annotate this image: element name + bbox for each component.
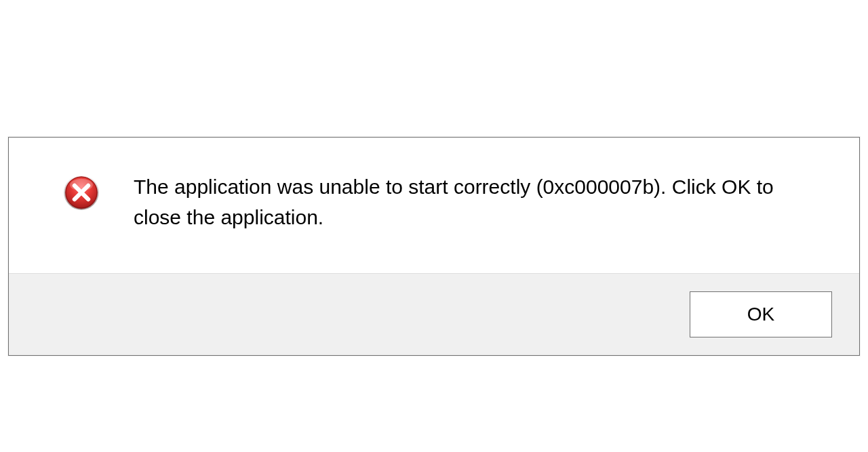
dialog-message: The application was unable to start corr… bbox=[134, 171, 812, 232]
error-dialog: The application was unable to start corr… bbox=[8, 137, 860, 356]
dialog-content: The application was unable to start corr… bbox=[9, 138, 859, 273]
dialog-button-bar: OK bbox=[9, 273, 859, 355]
error-icon bbox=[63, 171, 100, 211]
ok-button[interactable]: OK bbox=[690, 291, 832, 337]
error-x-icon bbox=[63, 174, 100, 211]
